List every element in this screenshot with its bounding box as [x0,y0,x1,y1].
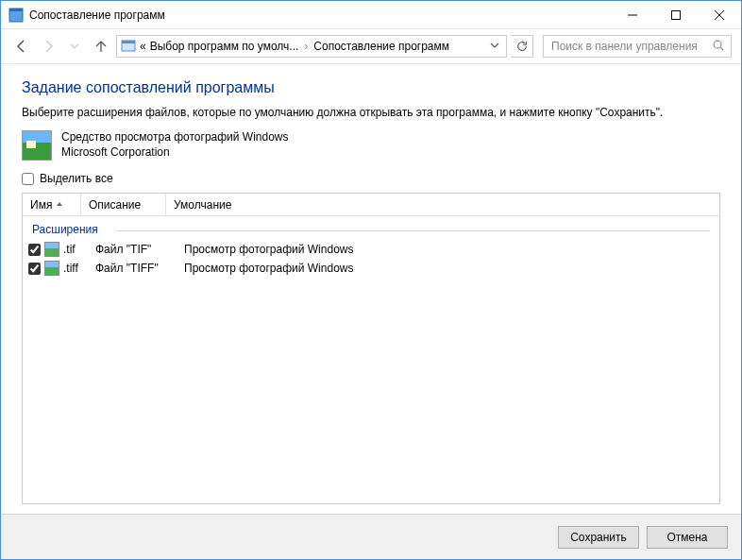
column-header-description[interactable]: Описание [81,194,166,215]
file-type-icon [44,242,59,257]
close-button[interactable] [698,1,741,29]
table-row[interactable]: .tifФайл "TIF"Просмотр фотографий Window… [23,240,719,259]
up-button[interactable] [90,35,112,58]
program-info: Средство просмотра фотографий Windows Mi… [22,130,720,161]
content-area: Задание сопоставлений программы Выберите… [1,64,741,514]
window-icon [8,8,24,23]
row-checkbox[interactable] [28,244,41,256]
listview-body: Расширения .tifФайл "TIF"Просмотр фотогр… [23,216,719,503]
maximize-button[interactable] [654,1,698,29]
recent-dropdown[interactable] [63,35,86,58]
svg-rect-7 [122,41,135,43]
window-title: Сопоставление программ [29,8,165,22]
nav-toolbar: « Выбор программ по умолч... › Сопоставл… [1,29,741,63]
svg-line-9 [720,47,723,50]
control-panel-icon [121,39,136,54]
listview-group-label: Расширения [32,223,98,236]
svg-rect-3 [672,10,681,19]
svg-rect-1 [9,8,23,11]
back-button[interactable] [10,35,33,58]
cancel-button[interactable]: Отмена [647,526,728,549]
titlebar: Сопоставление программ [1,1,741,29]
search-input[interactable] [549,39,712,54]
column-header-name-label: Имя [30,198,52,212]
row-description: Файл "TIFF" [95,262,180,275]
extensions-listview: Имя Описание Умолчание Расширения .tifФа… [22,193,720,504]
row-default: Просмотр фотографий Windows [184,243,714,256]
program-icon [22,130,52,161]
save-button[interactable]: Сохранить [558,526,639,549]
instruction-text: Выберите расширения файлов, которые по у… [22,106,720,119]
search-box[interactable] [543,35,732,58]
breadcrumb-part-2[interactable]: Сопоставление программ [313,40,449,53]
breadcrumb-part-1[interactable]: Выбор программ по умолч... [150,40,299,53]
sort-indicator-icon [56,198,63,212]
bottom-bar: Сохранить Отмена [1,514,741,559]
search-icon[interactable] [712,39,725,55]
program-publisher: Microsoft Corporation [61,145,289,161]
program-name: Средство просмотра фотографий Windows [61,130,289,145]
forward-button[interactable] [37,35,59,58]
column-header-default[interactable]: Умолчание [166,194,719,215]
row-default: Просмотр фотографий Windows [184,262,714,275]
listview-header: Имя Описание Умолчание [23,194,719,216]
select-all-label: Выделить все [40,172,113,185]
file-type-icon [44,261,59,276]
select-all-row[interactable]: Выделить все [22,172,720,185]
table-row[interactable]: .tiffФайл "TIFF"Просмотр фотографий Wind… [23,259,719,278]
address-bar[interactable]: « Выбор программ по умолч... › Сопоставл… [116,35,507,58]
row-description: Файл "TIF" [95,243,180,256]
refresh-button[interactable] [511,35,533,58]
row-extension: .tiff [63,262,92,275]
svg-point-8 [714,41,721,48]
page-title: Задание сопоставлений программы [22,79,720,96]
chevron-right-icon[interactable]: › [302,40,310,53]
breadcrumb-prefix: « [140,40,146,53]
address-dropdown[interactable] [487,40,502,53]
select-all-checkbox[interactable] [22,173,34,185]
column-header-name[interactable]: Имя [23,194,81,215]
row-checkbox[interactable] [28,263,41,275]
listview-group-header[interactable]: Расширения [23,220,719,240]
minimize-button[interactable] [611,1,654,29]
row-extension: .tif [63,243,92,256]
